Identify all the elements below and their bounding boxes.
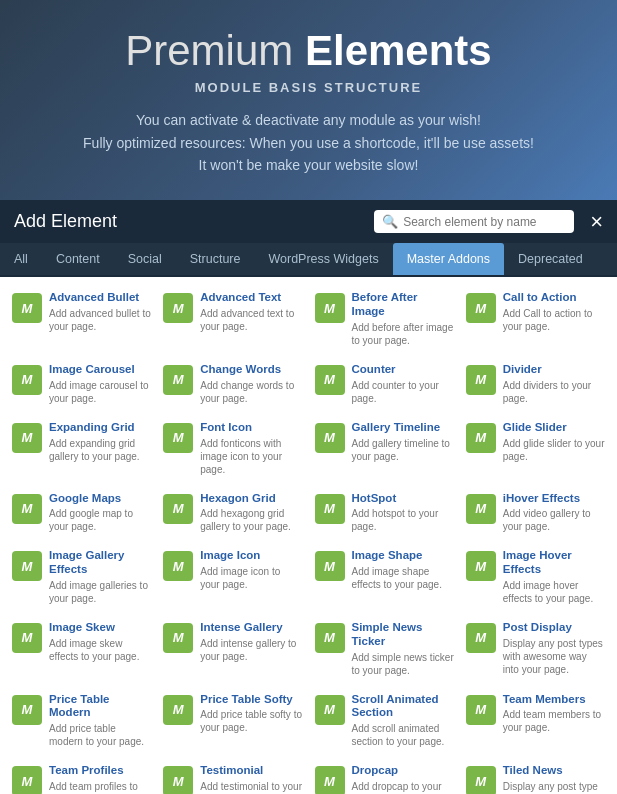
element-item[interactable]: M Call to Action Add Call to action to y… (460, 283, 611, 355)
element-text: Tiled News Display any post type with ti… (503, 764, 605, 794)
element-desc: Add team profiles to your page. (49, 780, 151, 794)
element-text: Call to Action Add Call to action to you… (503, 291, 605, 333)
element-item[interactable]: M Change Words Add change words to your … (157, 355, 308, 413)
element-item[interactable]: M Tiled News Display any post type with … (460, 756, 611, 794)
element-text: Testimonial Add testimonial to your page… (200, 764, 302, 794)
close-button[interactable]: × (590, 211, 603, 233)
element-item[interactable]: M Price Table Modern Add price table mod… (6, 685, 157, 757)
hero-title-bold: Elements (305, 27, 492, 74)
element-item[interactable]: M Before After Image Add before after im… (309, 283, 460, 355)
element-name: Image Gallery Effects (49, 549, 151, 577)
tab-content[interactable]: Content (42, 243, 114, 275)
element-item[interactable]: M Glide Slider Add glide slider to your … (460, 413, 611, 484)
element-name: Before After Image (352, 291, 454, 319)
element-desc: Add testimonial to your page. (200, 780, 302, 794)
element-item[interactable]: M Team Members Add team members to your … (460, 685, 611, 757)
element-desc: Add intense gallery to your page. (200, 637, 302, 663)
element-name: Testimonial (200, 764, 302, 778)
element-desc: Add image carousel to your page. (49, 379, 151, 405)
element-name: Image Hover Effects (503, 549, 605, 577)
element-item[interactable]: M Gallery Timeline Add gallery timeline … (309, 413, 460, 484)
element-text: Hexagon Grid Add hexagong grid gallery t… (200, 492, 302, 534)
element-desc: Add expanding grid gallery to your page. (49, 437, 151, 463)
element-desc: Display any post types with awesome way … (503, 637, 605, 676)
search-input[interactable] (403, 215, 566, 229)
element-text: Team Profiles Add team profiles to your … (49, 764, 151, 794)
element-icon: M (163, 494, 193, 524)
tab-deprecated[interactable]: Deprecated (504, 243, 597, 275)
element-item[interactable]: M iHover Effects Add video gallery to yo… (460, 484, 611, 542)
element-item[interactable]: M Counter Add counter to your page. (309, 355, 460, 413)
element-item[interactable]: M Price Table Softy Add price table soft… (157, 685, 308, 757)
element-item[interactable]: M Image Icon Add image icon to your page… (157, 541, 308, 613)
element-name: Post Display (503, 621, 605, 635)
element-name: Advanced Bullet (49, 291, 151, 305)
element-text: Intense Gallery Add intense gallery to y… (200, 621, 302, 663)
element-icon: M (163, 365, 193, 395)
element-icon: M (12, 293, 42, 323)
element-text: Price Table Softy Add price table softy … (200, 693, 302, 735)
element-icon: M (466, 293, 496, 323)
element-name: Expanding Grid (49, 421, 151, 435)
element-text: Font Icon Add fonticons with image icon … (200, 421, 302, 476)
element-desc: Add hexagong grid gallery to your page. (200, 507, 302, 533)
element-item[interactable]: M Image Gallery Effects Add image galler… (6, 541, 157, 613)
element-item[interactable]: M Hexagon Grid Add hexagong grid gallery… (157, 484, 308, 542)
element-name: Intense Gallery (200, 621, 302, 635)
element-name: Change Words (200, 363, 302, 377)
element-text: Simple News Ticker Add simple news ticke… (352, 621, 454, 677)
element-name: Price Table Softy (200, 693, 302, 707)
element-desc: Add image icon to your page. (200, 565, 302, 591)
element-item[interactable]: M Intense Gallery Add intense gallery to… (157, 613, 308, 685)
element-icon: M (12, 695, 42, 725)
element-desc: Display any post type with tiled style i… (503, 780, 605, 794)
element-item[interactable]: M Advanced Bullet Add advanced bullet to… (6, 283, 157, 355)
element-text: iHover Effects Add video gallery to your… (503, 492, 605, 534)
search-box[interactable]: 🔍 (374, 210, 574, 233)
tab-structure[interactable]: Structure (176, 243, 255, 275)
element-name: Team Profiles (49, 764, 151, 778)
element-item[interactable]: M Image Skew Add image skew effects to y… (6, 613, 157, 685)
element-item[interactable]: M Advanced Text Add advanced text to you… (157, 283, 308, 355)
element-icon: M (163, 623, 193, 653)
element-icon: M (315, 695, 345, 725)
element-item[interactable]: M Post Display Display any post types wi… (460, 613, 611, 685)
element-item[interactable]: M Divider Add dividers to your page. (460, 355, 611, 413)
element-text: Dropcap Add dropcap to your page. (352, 764, 454, 794)
tab-all[interactable]: All (0, 243, 42, 275)
element-text: Scroll Animated Section Add scroll anima… (352, 693, 454, 749)
tab-wp-widgets[interactable]: WordPress Widgets (254, 243, 392, 275)
modal-title: Add Element (14, 211, 117, 232)
element-item[interactable]: M Image Shape Add image shape effects to… (309, 541, 460, 613)
element-desc: Add dropcap to your page. (352, 780, 454, 794)
element-item[interactable]: M Simple News Ticker Add simple news tic… (309, 613, 460, 685)
element-item[interactable]: M Dropcap Add dropcap to your page. (309, 756, 460, 794)
element-name: Divider (503, 363, 605, 377)
element-name: Image Skew (49, 621, 151, 635)
element-item[interactable]: M Testimonial Add testimonial to your pa… (157, 756, 308, 794)
element-item[interactable]: M Expanding Grid Add expanding grid gall… (6, 413, 157, 484)
element-item[interactable]: M Image Hover Effects Add image hover ef… (460, 541, 611, 613)
tab-master-addons[interactable]: Master Addons (393, 243, 504, 275)
element-icon: M (163, 423, 193, 453)
element-text: Price Table Modern Add price table moder… (49, 693, 151, 749)
element-item[interactable]: M Team Profiles Add team profiles to you… (6, 756, 157, 794)
element-item[interactable]: M Scroll Animated Section Add scroll ani… (309, 685, 460, 757)
tab-social[interactable]: Social (114, 243, 176, 275)
element-item[interactable]: M HotSpot Add hotspot to your page. (309, 484, 460, 542)
element-item[interactable]: M Image Carousel Add image carousel to y… (6, 355, 157, 413)
element-desc: Add price table softy to your page. (200, 708, 302, 734)
element-icon: M (12, 551, 42, 581)
element-name: HotSpot (352, 492, 454, 506)
element-text: Image Hover Effects Add image hover effe… (503, 549, 605, 605)
element-name: Simple News Ticker (352, 621, 454, 649)
element-icon: M (12, 623, 42, 653)
element-icon: M (466, 423, 496, 453)
element-name: Advanced Text (200, 291, 302, 305)
element-icon: M (466, 365, 496, 395)
element-text: Image Skew Add image skew effects to you… (49, 621, 151, 663)
element-name: Dropcap (352, 764, 454, 778)
element-icon: M (315, 766, 345, 794)
element-item[interactable]: M Font Icon Add fonticons with image ico… (157, 413, 308, 484)
element-item[interactable]: M Google Maps Add google map to your pag… (6, 484, 157, 542)
